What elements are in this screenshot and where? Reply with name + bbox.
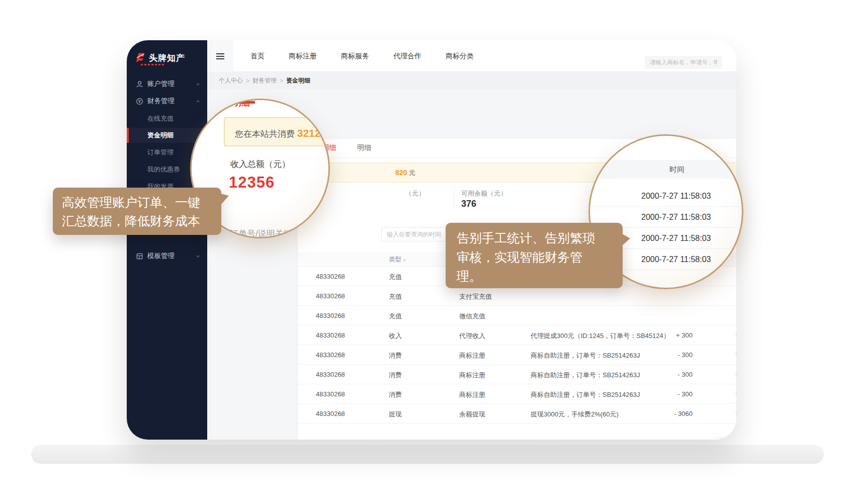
pagination-page-1[interactable]: 1 xyxy=(731,438,736,440)
trademark-search-input[interactable] xyxy=(645,56,722,69)
sidebar-item-label: 账户管理 xyxy=(147,79,175,89)
cell-order: 48330268 xyxy=(316,371,345,378)
nav-agency[interactable]: 代理合作 xyxy=(381,52,434,61)
cell-type: 消费 xyxy=(389,371,402,380)
callout-left-line2: 汇总数据，降低财务成本 xyxy=(62,212,212,230)
brand-tagline xyxy=(141,64,164,65)
menu-toggle-button[interactable] xyxy=(207,40,233,72)
cell-balance: ¥ 12231 xyxy=(710,351,736,359)
cell-project: 微信充值 xyxy=(459,312,485,321)
cell-type: 充值 xyxy=(389,273,402,282)
breadcrumb-separator: > xyxy=(280,77,283,85)
time-header-label: 时间 xyxy=(669,165,685,175)
top-nav: 首页 商标注册 商标服务 代理合作 商标分类 xyxy=(238,40,486,72)
cell-balance: ¥ 12231 xyxy=(710,390,736,398)
table-row[interactable]: 48330268 充值 支付宝充值 xyxy=(298,286,736,306)
cell-balance: ¥ 12231 xyxy=(710,371,736,378)
topbar: 首页 商标注册 商标服务 代理合作 商标分类 xyxy=(207,40,736,72)
cell-desc: 提现3000元，手续费2%(60元) xyxy=(531,410,619,419)
callout-right-line2: 审核，实现智能财务管 xyxy=(457,247,612,267)
sidebar-item-label: 模板管理 xyxy=(147,251,175,261)
cell-desc: 商标自助注册，订单号：SB2514263J xyxy=(531,371,640,380)
sidebar-item-label: 我的优惠券 xyxy=(147,165,180,174)
sidebar-item-label: 财务管理 xyxy=(147,97,175,106)
pagination-prev-button[interactable]: ‹ xyxy=(715,438,728,440)
sidebar-item-template[interactable]: 模板管理 xyxy=(127,248,207,264)
cell-project: 商标注册 xyxy=(459,351,485,360)
cell-order: 48330268 xyxy=(316,273,345,280)
cell-project: 商标注册 xyxy=(459,390,485,399)
cell-order: 48330268 xyxy=(316,351,345,359)
cell-amount: - 300 xyxy=(645,351,693,359)
logo: 头牌知产 xyxy=(135,52,185,64)
magnified-time-header: 时间 xyxy=(590,160,743,179)
cell-amount: + 300 xyxy=(645,331,693,339)
cell-order: 48330268 xyxy=(316,331,345,339)
chevron-down-icon xyxy=(196,82,200,87)
sidebar-item-fund-detail[interactable]: 资金明细 xyxy=(127,128,207,143)
nav-trademark-category[interactable]: 商标分类 xyxy=(434,52,486,61)
sidebar-item-label: 资金明细 xyxy=(147,131,174,140)
table-row[interactable]: 48330268 收入 代理收入 代理提成300元（ID:1245，订单号：SB… xyxy=(298,325,736,345)
brand-flag-icon xyxy=(135,52,146,63)
column-header-type[interactable]: 类型∨ xyxy=(389,256,406,264)
table-row[interactable]: 48330268 提现 余额提现 提现3000元，手续费2%(60元) - 30… xyxy=(298,404,736,424)
cell-project: 余额提现 xyxy=(459,410,485,419)
cell-order: 48330268 xyxy=(316,312,345,319)
table-row[interactable]: 48330268 消费 商标注册 商标自助注册，订单号：SB2514263J -… xyxy=(298,384,736,404)
available-balance-label: 可用余额（元） xyxy=(461,189,507,198)
cell-project: 代理收入 xyxy=(459,331,485,341)
template-grid-icon xyxy=(136,253,143,260)
finance-coin-icon xyxy=(136,98,143,105)
pagination: ‹ 1 2 3 4 5 xyxy=(715,438,736,440)
cell-balance: ¥ 12231 xyxy=(710,331,736,339)
income-total-label: 收入总额（元） xyxy=(230,158,290,170)
callout-right-line1: 告别手工统计、告别繁琐 xyxy=(457,228,612,247)
breadcrumb-separator: > xyxy=(246,77,249,85)
banner-amount: 820 xyxy=(395,169,407,177)
active-indicator xyxy=(127,128,129,143)
cell-order: 48330268 xyxy=(316,410,345,417)
breadcrumb: 个人中心 > 财务管理 > 资金明细 xyxy=(207,72,736,90)
available-balance-value: 376 xyxy=(461,199,476,209)
callout-right-line3: 理。 xyxy=(457,267,612,286)
brand-name: 头牌知产 xyxy=(149,52,185,64)
callout-right: 告别手工统计、告别繁琐 审核，实现智能财务管 理。 xyxy=(446,223,623,288)
cell-type: 消费 xyxy=(389,351,402,360)
table-row[interactable]: 48330268 消费 商标注册 商标自助注册，订单号：SB2514263J -… xyxy=(298,365,736,384)
sidebar-item-label: 订单管理 xyxy=(147,148,174,157)
banner-text: 820 元 xyxy=(395,169,415,178)
cell-amount: - 300 xyxy=(645,390,693,398)
cell-amount: - 3060 xyxy=(645,410,693,417)
cell-order: 48330268 xyxy=(316,292,345,300)
user-icon xyxy=(136,80,143,88)
table-row[interactable]: 48330268 充值 微信充值 xyxy=(298,306,736,325)
sidebar-item-online-recharge[interactable]: 在线充值 xyxy=(127,111,207,126)
breadcrumb-item[interactable]: 财务管理 xyxy=(252,76,277,85)
tab-secondary[interactable]: 明细 xyxy=(357,143,371,152)
nav-home[interactable]: 首页 xyxy=(238,52,277,61)
sidebar-item-account[interactable]: 账户管理 xyxy=(127,76,207,92)
table-row[interactable]: 48330268 消费 商标注册 商标自助注册，订单号：SB2514263J -… xyxy=(298,345,736,365)
chevron-up-icon xyxy=(196,99,200,104)
magnified-banner-text: 您在本站共消费 32124 大 xyxy=(235,127,330,140)
cell-type: 充值 xyxy=(389,312,402,321)
nav-trademark-service[interactable]: 商标服务 xyxy=(329,52,381,61)
cell-type: 提现 xyxy=(389,410,402,419)
cell-type: 充值 xyxy=(389,292,402,301)
stage: 头牌知产 账户管理 财务管理 xyxy=(0,0,853,504)
cell-type: 收入 xyxy=(389,331,402,341)
nav-trademark-register[interactable]: 商标注册 xyxy=(277,52,329,61)
breadcrumb-current: 资金明细 xyxy=(286,76,310,85)
cell-project: 支付宝充值 xyxy=(459,292,492,301)
cell-type: 消费 xyxy=(389,390,402,399)
chevron-down-icon xyxy=(196,254,200,259)
breadcrumb-item[interactable]: 个人中心 xyxy=(219,76,243,85)
callout-left: 高效管理账户订单、一键 汇总数据，降低财务成本 xyxy=(53,188,221,235)
sort-caret-icon: ∨ xyxy=(403,258,406,263)
magnified-time-row: 2000-7-27 11:58:03 xyxy=(590,186,743,207)
cell-project: 商标注册 xyxy=(459,371,485,380)
stat-divider xyxy=(454,189,454,208)
sidebar-item-finance[interactable]: 财务管理 xyxy=(127,94,207,109)
callout-left-line1: 高效管理账户订单、一键 xyxy=(62,193,212,212)
